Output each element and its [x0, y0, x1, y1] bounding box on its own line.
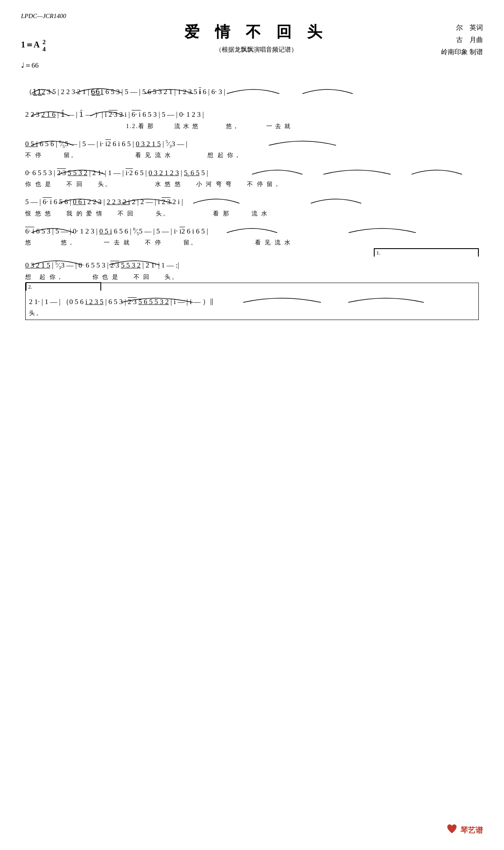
- notes-row-3: 0 5 i 6 5 6 | 6⁄55 — | 5 — | i· i2 6 i 6…: [25, 132, 479, 152]
- notes-row-5: 5 — | 6· i 6 5 6 | 0 6 i 2 2 3 | 2 2 3 2…: [25, 190, 479, 210]
- notes-row-4: 0· 6 5 5 3 | 2·3 5 5 3 2 | 2 1· | 1 — | …: [25, 161, 479, 181]
- score-system-6: 6· i 6 5 3 | 5 — | 0· 1 2 3 | 0 5 i 6 5 …: [25, 219, 479, 247]
- lyrics-row-8: 头。: [29, 310, 475, 317]
- lyrics-row-7: 想 起 你， 你 也 是 不 回 头。: [25, 273, 479, 281]
- notes-row-6: 6· i 6 5 3 | 5 — | 0· 1 2 3 | 0 5 i 6 5 …: [25, 219, 479, 239]
- lyrics-row-2: 1.2.看 那 流 水 悠 悠， 一 去 就: [25, 123, 479, 130]
- score-system-4: 0· 6 5 5 3 | 2·3 5 5 3 2 | 2 1· | 1 — | …: [25, 161, 479, 188]
- heart-svg: [446, 823, 458, 835]
- notes-row-7: 0 3 2 1 5 | 5⁄33 — | 0· 6 5 5 3 | 2·3 5 …: [25, 248, 479, 273]
- lyricist: 尔 英词: [441, 22, 483, 34]
- music-score: （1̲1̲2 3 5 | 2 2 3 2 1 | 6̲6̲1 6 5 3 | 5…: [21, 78, 483, 320]
- logo-brand-text: 琴艺谱: [460, 825, 483, 835]
- song-subtitle: （根据龙飘飘演唱音频记谱）: [71, 46, 441, 54]
- score-system-3: 0 5 i 6 5 6 | 6⁄55 — | 5 — | i· i2 6 i 6…: [25, 132, 479, 159]
- notes-row-8: 2 1· | 1 — | （0 5 6 i 2 3 5 | 6 5 3 | 2·…: [29, 286, 475, 310]
- score-system-1: （1̲1̲2 3 5 | 2 2 3 2 1 | 6̲6̲1 6 5 3 | 5…: [25, 78, 479, 101]
- score-system-8: 2. 2 1· | 1 — | （0 5 6 i 2 3 5 | 6 5 3 |…: [25, 283, 479, 320]
- song-title: 爱 情 不 回 头: [71, 22, 441, 42]
- score-system-5: 5 — | 6· i 6 5 6 | 0 6 i 2 2 3 | 2 2 3 2…: [25, 190, 479, 217]
- page-container: LPDC—JCR1400 1＝A 2 4 爱 情 不 回 头 （根据龙飘飘演唱音…: [21, 13, 483, 320]
- arranger: 岭南印象 制谱: [441, 46, 483, 58]
- lyrics-row-5: 恨 悠 悠 我 的 爱 情 不 回 头。 看 那 流 水: [25, 210, 479, 218]
- lyrics-row-6: 悠 悠， 一 去 就 不 停 留。 看 见 流 水: [25, 239, 479, 247]
- score-system-7: 1. 0 3 2 1 5 | 5⁄33 — | 0· 6 5 5 3 | 2·3…: [25, 248, 479, 281]
- score-system-2: 2 2 3 2 1 6 | 1̄ — | 1̄ — ）| i 2·3 2 i |…: [25, 102, 479, 130]
- logo-heart-icon: [446, 823, 458, 837]
- header: 1＝A 2 4 爱 情 不 回 头 （根据龙飘飘演唱音频记谱） 尔 英词 古 月…: [21, 22, 483, 58]
- notes-row-2: 2 2 3 2 1 6 | 1̄ — | 1̄ — ）| i 2·3 2 i |…: [25, 102, 479, 122]
- catalog-id: LPDC—JCR1400: [21, 13, 483, 20]
- notes-row-1: （1̲1̲2 3 5 | 2 2 3 2 1 | 6̲6̲1 6 5 3 | 5…: [25, 78, 479, 101]
- lyrics-row-3: 不 停 留。 看 见 流 水 想 起 你，: [25, 152, 479, 159]
- tempo: ♩＝66: [21, 60, 483, 70]
- credits-section: 尔 英词 古 月曲 岭南印象 制谱: [441, 22, 483, 58]
- logo-watermark: 琴艺谱: [446, 823, 483, 837]
- lyrics-row-4: 你 也 是 不 回 头。 水 悠 悠 小 河 弯 弯 不 停 留，: [25, 181, 479, 188]
- composer: 古 月曲: [441, 34, 483, 46]
- key-signature: 1＝A 2 4: [21, 39, 71, 52]
- key-time-section: 1＝A 2 4: [21, 22, 71, 58]
- title-section: 爱 情 不 回 头 （根据龙飘飘演唱音频记谱）: [71, 22, 441, 58]
